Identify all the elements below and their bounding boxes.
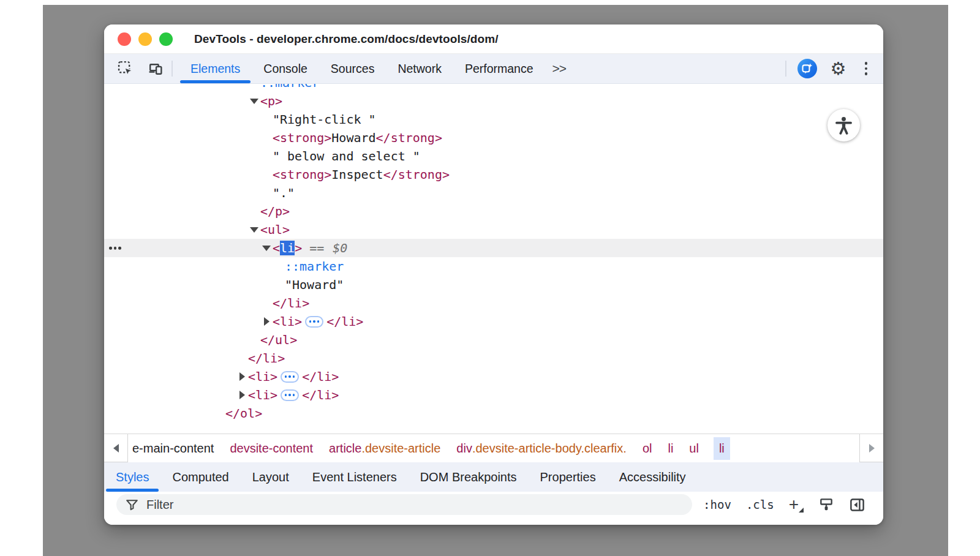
chevron-down-icon[interactable] bbox=[260, 246, 273, 251]
dom-tree-row[interactable]: ::marker bbox=[104, 84, 883, 92]
breadcrumb-item[interactable]: e-main-content bbox=[131, 437, 215, 460]
inspect-element-icon[interactable] bbox=[115, 58, 136, 79]
breadcrumb-scroll-right-button[interactable] bbox=[859, 434, 883, 462]
breadcrumb-item[interactable]: ol bbox=[641, 437, 654, 460]
new-style-rule-button[interactable]: + bbox=[789, 496, 804, 513]
breadcrumb-scroll-left-button[interactable] bbox=[104, 434, 128, 462]
breadcrumb: e-main-contentdevsite-contentarticle.dev… bbox=[128, 434, 857, 462]
devtools-toolbar: ElementsConsoleSourcesNetworkPerformance… bbox=[104, 54, 883, 84]
sidebar-tab-dom-breakpoints[interactable]: DOM Breakpoints bbox=[409, 462, 529, 492]
dom-tree-row[interactable]: <li></li> bbox=[104, 312, 883, 331]
dom-tree-row[interactable]: <p> bbox=[104, 92, 883, 110]
code-text-node: "." bbox=[273, 186, 295, 200]
code-tag: <strong> bbox=[273, 167, 331, 182]
code-tag: <p> bbox=[260, 94, 282, 108]
triangle-glyph bbox=[239, 391, 245, 399]
breadcrumb-item[interactable]: li bbox=[714, 437, 730, 460]
breadcrumb-item[interactable]: div.devsite-article-body.clearfix. bbox=[455, 437, 628, 460]
toolbar-right-actions: ⚙ bbox=[779, 59, 884, 78]
ellipsis-dot-icon bbox=[293, 375, 295, 378]
dom-tree-row[interactable]: <ul> bbox=[104, 220, 883, 239]
dom-tree-row[interactable]: "Right-click " bbox=[104, 110, 883, 129]
chevron-down-icon[interactable] bbox=[248, 227, 260, 233]
row-options-dots-icon[interactable] bbox=[109, 247, 121, 250]
breadcrumb-item[interactable]: article.devsite-article bbox=[328, 437, 442, 460]
accessibility-floating-button[interactable] bbox=[827, 109, 860, 141]
code-text-node: "Right-click " bbox=[273, 112, 376, 127]
sidebar-tab-event-listeners[interactable]: Event Listeners bbox=[301, 462, 409, 492]
dot-icon bbox=[109, 247, 112, 250]
close-window-button[interactable] bbox=[118, 32, 131, 46]
equals-sign: == bbox=[309, 241, 324, 255]
code-tag: </ol> bbox=[225, 406, 262, 421]
toggle-class-button[interactable]: .cls bbox=[746, 498, 774, 511]
ellipsis-expand-button[interactable] bbox=[281, 371, 299, 383]
code-tag: <li> bbox=[273, 314, 302, 329]
tab-console[interactable]: Console bbox=[252, 54, 319, 83]
dom-tree-row[interactable]: </li> bbox=[104, 349, 883, 367]
settings-gear-icon[interactable]: ⚙ bbox=[831, 60, 846, 78]
code-text-node: Inspect bbox=[331, 167, 383, 182]
dom-tree-row[interactable]: </li> bbox=[104, 294, 883, 312]
sidebar-tab-layout[interactable]: Layout bbox=[241, 462, 301, 492]
chevron-right-icon[interactable] bbox=[260, 317, 273, 326]
breadcrumb-part-tag: li bbox=[668, 441, 673, 456]
dom-tree-row[interactable]: </ul> bbox=[104, 331, 883, 349]
dom-tree-row[interactable]: ::marker bbox=[104, 257, 883, 276]
ellipsis-dot-icon bbox=[285, 375, 287, 378]
breadcrumb-part-tag: article bbox=[329, 441, 361, 456]
dom-tree-row[interactable]: </p> bbox=[104, 202, 883, 220]
chevron-down-icon[interactable] bbox=[248, 99, 260, 104]
dom-tree-row[interactable]: <li>==$0 bbox=[104, 239, 883, 257]
dock-sidebar-icon[interactable] bbox=[849, 497, 865, 513]
dom-tree-row[interactable]: "Howard" bbox=[104, 276, 883, 294]
rendering-brush-icon[interactable] bbox=[818, 497, 834, 513]
pseudo-element-marker: ::marker bbox=[260, 84, 319, 90]
toggle-element-state-button[interactable]: :hov bbox=[703, 498, 731, 511]
ellipsis-dot-icon bbox=[285, 394, 287, 396]
styles-filter-input[interactable]: Filter bbox=[116, 494, 692, 515]
more-tabs-button[interactable]: >> bbox=[545, 61, 574, 76]
ellipsis-dot-icon bbox=[293, 394, 295, 396]
code-tag: <li> bbox=[248, 369, 277, 384]
chevron-right-icon[interactable] bbox=[236, 372, 248, 381]
ellipsis-expand-button[interactable] bbox=[281, 389, 299, 401]
dom-tree-row[interactable]: <li></li> bbox=[104, 386, 883, 404]
tab-sources[interactable]: Sources bbox=[319, 54, 386, 83]
chevron-left-icon bbox=[113, 444, 119, 453]
console-reference: $0 bbox=[333, 241, 347, 255]
page-background: DevTools - developer.chrome.com/docs/dev… bbox=[0, 0, 980, 556]
tab-elements[interactable]: Elements bbox=[179, 54, 252, 83]
dom-tree-row[interactable]: <li></li> bbox=[104, 367, 883, 386]
dom-tree-row[interactable]: <strong>Inspect</strong> bbox=[104, 165, 883, 184]
sidebar-tab-bar: StylesComputedLayoutEvent ListenersDOM B… bbox=[104, 462, 883, 492]
ellipsis-expand-button[interactable] bbox=[305, 316, 323, 328]
dom-tree-row[interactable]: <strong>Howard</strong> bbox=[104, 129, 883, 147]
sidebar-tab-properties[interactable]: Properties bbox=[529, 462, 608, 492]
dom-tree: ::marker<p>"Right-click "<strong>Howard<… bbox=[104, 84, 883, 423]
kebab-menu-icon[interactable] bbox=[862, 59, 870, 78]
sidebar-tab-accessibility[interactable]: Accessibility bbox=[608, 462, 698, 492]
device-toolbar-icon[interactable] bbox=[145, 58, 165, 79]
ai-assistance-icon[interactable] bbox=[797, 59, 817, 78]
dom-tree-row[interactable]: </ol> bbox=[104, 404, 883, 423]
breadcrumb-part-tag: ol bbox=[643, 441, 652, 456]
ellipsis-dot-icon bbox=[313, 320, 315, 323]
tab-performance[interactable]: Performance bbox=[453, 54, 545, 83]
breadcrumb-item[interactable]: li bbox=[666, 437, 674, 460]
tab-network[interactable]: Network bbox=[386, 54, 453, 83]
triangle-glyph bbox=[250, 227, 258, 233]
elements-panel: ::marker<p>"Right-click "<strong>Howard<… bbox=[104, 84, 883, 434]
minimize-window-button[interactable] bbox=[138, 32, 152, 46]
toolbar-right-divider bbox=[785, 61, 786, 77]
sidebar-tab-computed[interactable]: Computed bbox=[160, 462, 240, 492]
sidebar-tab-styles[interactable]: Styles bbox=[104, 462, 160, 492]
dom-tree-row[interactable]: "." bbox=[104, 184, 883, 202]
filter-bar-actions: :hov .cls + bbox=[703, 496, 865, 513]
code-tag: </ul> bbox=[260, 332, 297, 347]
zoom-window-button[interactable] bbox=[159, 32, 173, 46]
chevron-right-icon[interactable] bbox=[236, 391, 248, 399]
dom-tree-row[interactable]: " below and select " bbox=[104, 147, 883, 165]
breadcrumb-item[interactable]: devsite-content bbox=[228, 437, 314, 460]
breadcrumb-item[interactable]: ul bbox=[688, 437, 700, 460]
